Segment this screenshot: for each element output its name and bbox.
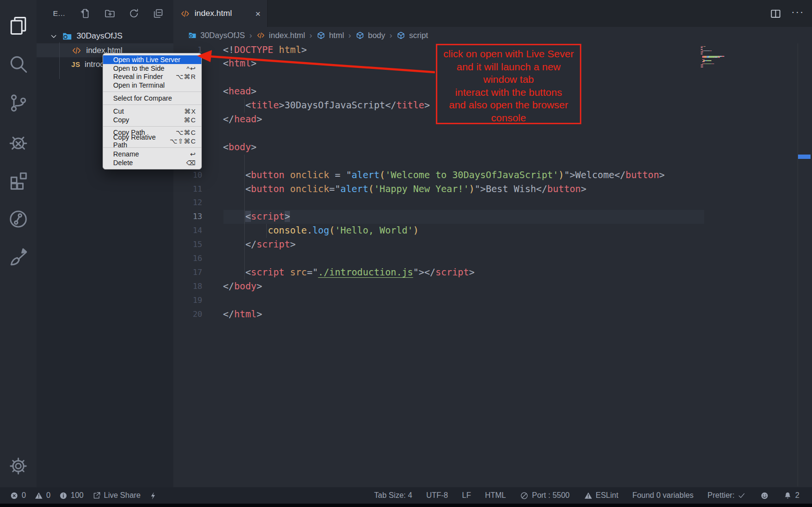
minimap-border: [798, 43, 798, 486]
menu-separator: [103, 104, 201, 105]
html-file-icon: [71, 45, 82, 56]
tab-label: index.html: [195, 9, 232, 18]
line-number: 11: [173, 182, 202, 196]
menu-item-reveal-in-finder[interactable]: Reveal in Finder⌥⌘R: [103, 73, 201, 81]
menu-item-open-with-live-server[interactable]: Open with Live Server: [103, 55, 201, 64]
context-menu: Open with Live ServerOpen to the Side^↩R…: [103, 53, 202, 169]
code-line-9: 9: [173, 155, 812, 169]
chevron-down-icon: [50, 32, 58, 40]
status-item-lightning[interactable]: [149, 491, 158, 500]
status-item-port-5500[interactable]: Port : 5500: [520, 491, 569, 500]
split-icon: [770, 8, 782, 20]
tree-root-folder[interactable]: 30DaysOfJS: [37, 29, 173, 43]
code-text: <button onclick = "alert('Welcome to 30D…: [223, 169, 665, 182]
status-item-tab-size-4[interactable]: Tab Size: 4: [374, 491, 412, 500]
status-right-group: Tab Size: 4UTF-8LFHTMLPort : 5500ESLintF…: [374, 491, 799, 500]
current-line-highlight: [223, 210, 704, 224]
status-item-utf-8[interactable]: UTF-8: [426, 491, 448, 500]
indent-guide: [244, 99, 245, 113]
status-item-eslint[interactable]: ESLint: [584, 491, 618, 500]
activity-settings[interactable]: [0, 448, 37, 484]
explorer-title: E...: [53, 9, 65, 18]
minimap-line: [701, 57, 720, 58]
split-editor-icon[interactable]: [770, 8, 782, 20]
activity-explorer[interactable]: [0, 7, 37, 44]
breadcrumb-item-html[interactable]: html: [316, 31, 344, 40]
menu-item-select-for-compare[interactable]: Select for Compare: [103, 94, 201, 103]
status-item-100[interactable]: 100: [59, 491, 84, 500]
code-text: <body>: [223, 141, 257, 155]
menu-item-delete[interactable]: Delete⌫: [103, 158, 201, 167]
tab-close-icon[interactable]: ×: [255, 9, 261, 18]
menu-item-rename[interactable]: Rename↩: [103, 150, 201, 158]
live-share-icon: [8, 208, 29, 230]
refresh-button[interactable]: [128, 8, 140, 19]
activity-feedback[interactable]: [0, 239, 37, 276]
activity-extensions[interactable]: [0, 162, 37, 199]
html-icon: [256, 31, 265, 40]
activity-live-share[interactable]: [0, 201, 37, 237]
debug-icon: [8, 131, 29, 153]
breadcrumb-item-index-html[interactable]: index.html: [256, 31, 305, 40]
editor-actions: ···: [770, 0, 804, 27]
menu-item-open-to-the-side[interactable]: Open to the Side^↩: [103, 64, 201, 73]
line-number: 12: [173, 196, 202, 210]
symbol-icon: [355, 31, 365, 40]
status-item-html[interactable]: HTML: [485, 491, 506, 500]
tab-index-html[interactable]: index.html ×: [173, 0, 268, 27]
lightning-icon: [149, 491, 158, 500]
breadcrumb-separator: ›: [348, 31, 351, 40]
code-text: <script>: [223, 210, 290, 224]
js-file-icon: JS: [71, 60, 80, 69]
status-item-0[interactable]: 0: [10, 491, 26, 500]
code-line-19: 19: [173, 294, 812, 308]
status-item-live-share[interactable]: Live Share: [92, 491, 141, 500]
code-text: </html>: [223, 308, 262, 322]
code-line-20: 20</html>: [173, 308, 812, 322]
indent-guide: [244, 155, 245, 280]
status-item-smiley[interactable]: [760, 491, 769, 500]
code-line-17: 17 <script src="./introduction.js"></scr…: [173, 266, 812, 280]
menu-item-cut[interactable]: Cut⌘X: [103, 107, 201, 116]
breadcrumb-item-script[interactable]: script: [396, 31, 428, 40]
code-line-8: 8<body>: [173, 141, 812, 155]
js-icon: JS: [71, 61, 80, 68]
breadcrumb-item-30DaysOfJS[interactable]: 30DaysOfJS: [188, 31, 245, 40]
tree-indent-guide: [59, 42, 60, 79]
html-icon: [180, 9, 190, 19]
menu-item-open-in-terminal[interactable]: Open in Terminal: [103, 81, 201, 90]
chevron-down-icon: [50, 32, 58, 40]
status-item-found-0-variables[interactable]: Found 0 variables: [632, 491, 694, 500]
code-text: console.log('Hello, World'): [223, 224, 419, 238]
menu-item-copy-relative-path[interactable]: Copy Relative Path⌥⇧⌘C: [103, 137, 201, 145]
activity-source-control[interactable]: [0, 85, 37, 121]
new-file-button[interactable]: [80, 8, 92, 19]
collapse-all-button[interactable]: [152, 8, 164, 19]
menu-item-copy[interactable]: Copy⌘C: [103, 116, 201, 124]
settings-icon: [8, 456, 28, 476]
explorer-header: E...: [37, 0, 173, 27]
bottom-strip: [0, 504, 812, 507]
breadcrumb-item-body[interactable]: body: [355, 31, 385, 40]
minimap-line: [701, 61, 705, 62]
symbol-icon: [396, 31, 406, 40]
minimap-line: [701, 53, 703, 54]
code-line-14: 14 console.log('Hello, World'): [173, 224, 812, 238]
status-item-0[interactable]: 0: [34, 491, 51, 500]
activity-debug[interactable]: [0, 124, 37, 160]
status-item-2[interactable]: 2: [783, 491, 799, 500]
warning-icon: [584, 491, 593, 500]
smiley-icon: [760, 491, 769, 500]
line-number: 14: [173, 224, 202, 238]
minimap-line: [701, 65, 703, 65]
menu-separator: [103, 91, 201, 92]
activity-search[interactable]: [0, 46, 37, 82]
folder-icon: [188, 31, 197, 40]
status-item-lf[interactable]: LF: [462, 491, 471, 500]
breadcrumb-separator: ›: [310, 31, 313, 40]
new-folder-button[interactable]: [104, 8, 116, 19]
root-folder-label: 30DaysOfJS: [77, 31, 122, 41]
status-left-group: 00100Live Share: [10, 491, 158, 500]
breadcrumb-separator: ›: [249, 31, 252, 40]
status-item-prettier-[interactable]: Prettier:: [707, 491, 746, 500]
